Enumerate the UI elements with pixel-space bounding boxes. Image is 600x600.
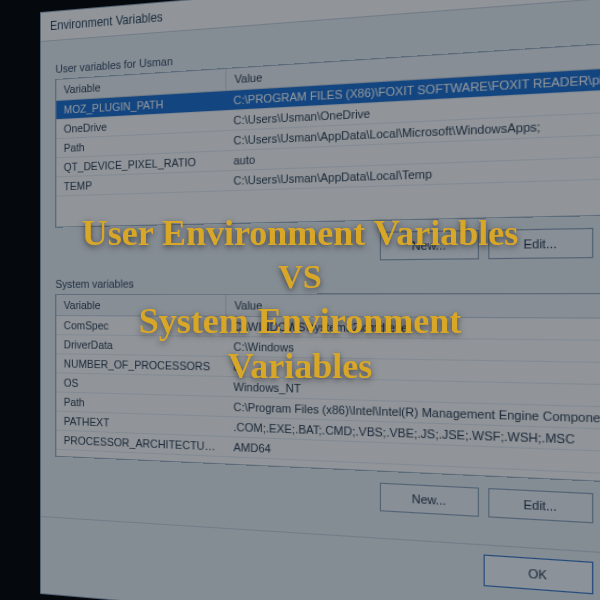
new-button[interactable]: New... [380,230,479,260]
stage: Environment Variables User variables for… [0,0,600,600]
cell-variable: DriverData [56,335,225,356]
edit-button[interactable]: Edit... [488,228,593,259]
col-variable[interactable]: Variable [56,295,226,316]
new-button[interactable]: New... [380,483,479,517]
window-content: User variables for Usman Variable Value … [41,0,600,561]
ok-button[interactable]: OK [484,554,594,594]
window-title: Environment Variables [50,10,163,33]
cell-variable: NUMBER_OF_PROCESSORS [56,354,225,376]
user-button-row: New... Edit... Delete [59,226,600,264]
grid-header: Variable Value [56,294,600,319]
edit-button[interactable]: Edit... [488,488,593,523]
system-vars-label: System variables [55,274,600,290]
cell-variable: ComSpec [56,316,225,336]
env-vars-window: Environment Variables User variables for… [40,0,600,600]
col-value[interactable]: Value [226,294,600,318]
system-vars-grid[interactable]: Variable Value ComSpecC:\WINDOWS\system3… [55,293,600,488]
